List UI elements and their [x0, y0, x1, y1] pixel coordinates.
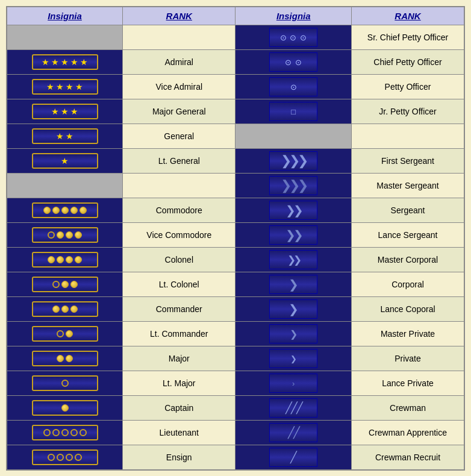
right-insignia-cell: ❯❯ — [236, 198, 352, 223]
left-insignia-badge — [11, 200, 119, 221]
left-insignia-cell — [7, 248, 123, 272]
right-insignia-cell — [236, 124, 352, 149]
right-rank-cell: Lance Coporal — [352, 297, 464, 322]
right-insignia-cell: ❯ — [236, 297, 352, 322]
left-insignia-cell — [7, 272, 123, 297]
right-insignia-badge: ❯❯ — [239, 225, 348, 245]
left-insignia-cell — [7, 25, 123, 50]
table-row: Captain╱╱╱Crewman — [7, 396, 464, 421]
right-insignia-badge — [239, 126, 348, 146]
left-insignia-cell — [7, 322, 123, 346]
left-insignia-badge — [11, 348, 119, 369]
rank-table: Insignia RANK Insignia RANK ⊙ ⊙ ⊙Sr. Chi… — [6, 6, 465, 471]
right-rank-cell: Lance Private — [352, 371, 464, 396]
left-insignia-cell — [7, 371, 123, 396]
table-row: ★★★★★Admiral⊙ ⊙Chief Petty Officer — [7, 50, 464, 75]
table-row: ★★General — [7, 124, 464, 149]
right-insignia-badge: ╱╱╱ — [239, 398, 348, 418]
right-insignia-badge: ❯❯❯ — [239, 151, 348, 171]
left-rank-cell: Vice Commodore — [123, 223, 236, 248]
left-rank-cell — [123, 174, 236, 198]
right-insignia-badge: › — [239, 373, 348, 393]
right-insignia-badge: ⊙ ⊙ ⊙ — [239, 27, 348, 48]
left-insignia-badge — [11, 27, 119, 48]
right-rank-cell: Master Sergeant — [352, 174, 464, 198]
right-rank-cell: Lance Sergeant — [352, 223, 464, 248]
left-rank-cell: Major — [123, 346, 236, 371]
left-rank-cell — [123, 25, 236, 50]
left-insignia-badge: ★★ — [11, 126, 119, 146]
left-rank-cell: Vice Admiral — [123, 75, 236, 99]
table-row: Ensign╱Crewman Recruit — [7, 445, 464, 471]
right-rank-cell — [352, 124, 464, 149]
right-rank-cell: First Sergeant — [352, 149, 464, 174]
right-rank-cell: Master Corporal — [352, 248, 464, 272]
left-rank-cell: Lt. Commander — [123, 322, 236, 346]
right-insignia-badge: ❯ — [239, 299, 348, 319]
left-insignia-badge — [11, 225, 119, 245]
left-insignia-badge — [11, 274, 119, 295]
table-row: ★★★★Vice Admiral⊙Petty Officer — [7, 75, 464, 99]
table-row: Commander❯Lance Coporal — [7, 297, 464, 322]
left-insignia-cell — [7, 297, 123, 322]
right-insignia-cell: ⊙ ⊙ — [236, 50, 352, 75]
right-insignia-cell: › — [236, 371, 352, 396]
table-row: ❯❯❯Master Sergeant — [7, 174, 464, 198]
left-rank-cell: Commander — [123, 297, 236, 322]
left-rank-cell: Lt. General — [123, 149, 236, 174]
right-rank-cell: Crewman Recruit — [352, 445, 464, 471]
right-insignia-cell: ❯ — [236, 322, 352, 346]
right-rank-cell: Private — [352, 346, 464, 371]
left-insignia-cell — [7, 445, 123, 471]
table-row: ★Lt. General❯❯❯First Sergeant — [7, 149, 464, 174]
left-insignia-cell: ★★ — [7, 124, 123, 149]
left-insignia-cell: ★ — [7, 149, 123, 174]
left-insignia-cell — [7, 421, 123, 445]
left-insignia-badge: ★★★★ — [11, 77, 119, 97]
right-rank-cell: Crewman — [352, 396, 464, 421]
table-row: Vice Commodore❯❯Lance Sergeant — [7, 223, 464, 248]
right-insignia-cell: ❯❯❯ — [236, 149, 352, 174]
right-insignia-badge: ❯❯❯ — [239, 175, 348, 196]
right-insignia-cell: □ — [236, 99, 352, 124]
left-rank-cell: Lt. Colonel — [123, 272, 236, 297]
left-insignia-cell: ★★★ — [7, 99, 123, 124]
col-header-insignia-left: Insignia — [7, 7, 123, 25]
right-insignia-badge: ❯❯ — [239, 249, 348, 270]
right-rank-cell: Crewman Apprentice — [352, 421, 464, 445]
left-insignia-badge: ★★★ — [11, 101, 119, 122]
right-insignia-cell: ❯ — [236, 272, 352, 297]
left-insignia-cell — [7, 396, 123, 421]
left-rank-cell: Commodore — [123, 198, 236, 223]
table-row: Lt. Colonel❯Corporal — [7, 272, 464, 297]
right-insignia-badge: ❯ — [239, 274, 348, 295]
left-insignia-badge — [11, 175, 119, 196]
left-insignia-badge — [11, 447, 119, 468]
left-insignia-badge — [11, 422, 119, 443]
right-rank-cell: Master Private — [352, 322, 464, 346]
right-insignia-cell: ⊙ ⊙ ⊙ — [236, 25, 352, 50]
right-insignia-badge: ⊙ — [239, 77, 348, 97]
right-rank-cell: Sr. Chief Petty Officer — [352, 25, 464, 50]
col-header-rank-right: RANK — [352, 7, 464, 25]
table-row: Major❯Private — [7, 346, 464, 371]
right-insignia-badge: ❯❯ — [239, 200, 348, 221]
left-rank-cell: Lieutenant — [123, 421, 236, 445]
table-row: Lt. Commander❯Master Private — [7, 322, 464, 346]
right-insignia-badge: ❯ — [239, 348, 348, 369]
table-row: Commodore❯❯Sergeant — [7, 198, 464, 223]
left-insignia-badge — [11, 373, 119, 393]
right-insignia-badge: □ — [239, 101, 348, 122]
left-insignia-badge — [11, 299, 119, 319]
left-insignia-cell: ★★★★ — [7, 75, 123, 99]
left-rank-cell: General — [123, 124, 236, 149]
right-insignia-cell: ❯❯ — [236, 223, 352, 248]
table-row: Lieutenant╱╱Crewman Apprentice — [7, 421, 464, 445]
left-rank-cell: Major General — [123, 99, 236, 124]
left-insignia-cell — [7, 223, 123, 248]
left-insignia-badge — [11, 249, 119, 270]
right-insignia-cell: ╱╱ — [236, 421, 352, 445]
col-header-insignia-right: Insignia — [236, 7, 352, 25]
right-rank-cell: Petty Officer — [352, 75, 464, 99]
left-rank-cell: Admiral — [123, 50, 236, 75]
